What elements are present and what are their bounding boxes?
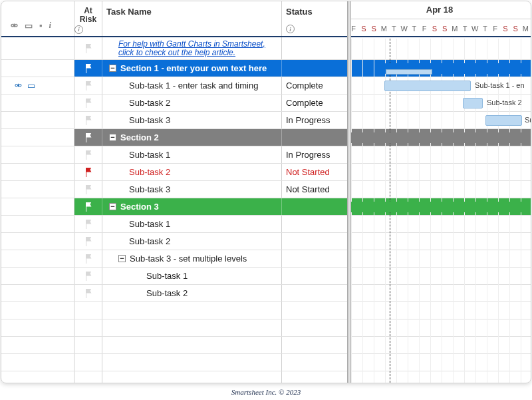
task-cell[interactable]: −Sub-task 3 - set multiple levels <box>102 250 282 267</box>
collapse-button[interactable]: − <box>118 255 126 262</box>
task-row[interactable]: Sub-task 2Not Started <box>1 164 531 181</box>
flag-icon[interactable] <box>84 81 92 91</box>
flag-icon[interactable] <box>84 202 92 212</box>
flag-icon[interactable] <box>84 185 92 194</box>
task-row[interactable]: Sub-task 3In ProgressSu <box>1 112 531 129</box>
status-cell[interactable] <box>282 216 348 232</box>
task-cell[interactable]: Sub-task 3 <box>102 112 282 128</box>
status-cell[interactable] <box>282 319 348 336</box>
status-cell[interactable]: In Progress <box>282 112 348 128</box>
flag-icon[interactable] <box>84 272 92 281</box>
task-cell[interactable]: −Section 3 <box>102 198 282 215</box>
empty-row[interactable] <box>1 337 531 354</box>
status-cell[interactable] <box>282 285 348 301</box>
task-row[interactable]: Sub-task 1 <box>1 268 531 285</box>
status-cell[interactable] <box>282 268 348 284</box>
flag-icon[interactable] <box>84 116 92 125</box>
task-cell[interactable]: Sub-task 1 <box>102 268 282 284</box>
comment-icon[interactable]: ▭ <box>27 81 35 91</box>
task-cell[interactable]: Sub-task 1 <box>102 146 282 163</box>
at-risk-cell[interactable] <box>74 250 102 267</box>
at-risk-cell[interactable] <box>74 285 102 301</box>
flag-icon[interactable] <box>84 289 92 298</box>
at-risk-cell[interactable] <box>74 77 102 94</box>
pane-divider[interactable] <box>347 1 351 383</box>
at-risk-cell[interactable] <box>74 216 102 232</box>
gantt-bar[interactable] <box>384 81 471 91</box>
section-row[interactable]: −Section 3 <box>1 198 531 216</box>
help-link[interactable]: For help with Gantt Charts in Smartsheet… <box>118 40 265 57</box>
attachment-icon[interactable]: ⚮ <box>15 81 22 91</box>
collapse-button[interactable]: − <box>109 134 116 141</box>
task-cell[interactable]: Sub-task 1 - enter task and timing <box>102 77 282 94</box>
task-row[interactable]: Sub-task 1 <box>1 216 531 233</box>
flag-icon[interactable] <box>84 44 92 53</box>
empty-row[interactable] <box>1 354 531 371</box>
at-risk-cell[interactable] <box>74 302 102 319</box>
task-cell[interactable] <box>102 354 282 371</box>
task-cell[interactable] <box>102 319 282 336</box>
at-risk-cell[interactable] <box>74 337 102 353</box>
task-name-header[interactable]: Task Name <box>102 1 282 36</box>
flag-icon[interactable] <box>84 64 92 73</box>
task-row[interactable]: Sub-task 2 <box>1 285 531 302</box>
task-row[interactable]: Sub-task 3Not Started <box>1 181 531 198</box>
info-icon[interactable]: i <box>286 25 295 33</box>
task-cell[interactable] <box>102 302 282 319</box>
at-risk-cell[interactable] <box>74 95 102 111</box>
task-row[interactable]: Sub-task 1In Progress <box>1 146 531 164</box>
task-cell[interactable]: Sub-task 1 <box>102 216 282 232</box>
flag-icon[interactable] <box>84 150 92 160</box>
empty-row[interactable] <box>1 319 531 337</box>
empty-row[interactable] <box>1 371 531 383</box>
gantt-bar[interactable] <box>348 202 531 212</box>
task-cell[interactable]: Sub-task 2 <box>102 95 282 111</box>
task-row[interactable]: −Sub-task 3 - set multiple levels <box>1 250 531 268</box>
flag-icon[interactable] <box>84 99 92 108</box>
task-row[interactable]: Sub-task 2CompleteSub-task 2 <box>1 95 531 112</box>
empty-row[interactable] <box>1 302 531 319</box>
at-risk-cell[interactable] <box>74 371 102 383</box>
status-cell[interactable] <box>282 37 348 59</box>
status-cell[interactable]: In Progress <box>282 146 348 163</box>
section-row[interactable]: −Section 1 - enter your own text here <box>1 60 531 77</box>
status-cell[interactable]: Not Started <box>282 181 348 198</box>
flag-icon[interactable] <box>84 133 92 142</box>
at-risk-cell[interactable] <box>74 37 102 59</box>
gantt-bar[interactable] <box>348 132 531 143</box>
at-risk-header[interactable]: At Risk i <box>74 1 102 36</box>
at-risk-cell[interactable] <box>74 181 102 198</box>
task-cell[interactable]: −Section 2 <box>102 129 282 146</box>
at-risk-cell[interactable] <box>74 60 102 77</box>
at-risk-cell[interactable] <box>74 319 102 336</box>
status-cell[interactable] <box>282 233 348 250</box>
flag-icon[interactable] <box>84 220 92 229</box>
status-cell[interactable] <box>282 198 348 215</box>
collapse-button[interactable]: − <box>109 203 116 210</box>
at-risk-cell[interactable] <box>74 146 102 163</box>
status-cell[interactable] <box>282 129 348 146</box>
task-cell[interactable] <box>102 371 282 383</box>
status-cell[interactable] <box>282 337 348 353</box>
flag-icon[interactable] <box>84 254 92 264</box>
collapse-button[interactable]: − <box>109 65 116 72</box>
flag-icon[interactable] <box>84 237 92 246</box>
task-row[interactable]: Sub-task 2 <box>1 233 531 250</box>
task-cell[interactable]: Sub-task 2 <box>102 233 282 250</box>
at-risk-cell[interactable] <box>74 268 102 284</box>
at-risk-cell[interactable] <box>74 112 102 128</box>
info-icon[interactable]: i <box>74 25 83 34</box>
task-row[interactable]: ⚮▭Sub-task 1 - enter task and timingComp… <box>1 77 531 95</box>
at-risk-cell[interactable] <box>74 164 102 180</box>
status-cell[interactable] <box>282 60 348 77</box>
status-header[interactable]: Status i <box>282 1 348 36</box>
at-risk-cell[interactable] <box>74 198 102 215</box>
flag-icon[interactable] <box>84 168 92 177</box>
status-cell[interactable] <box>282 302 348 319</box>
task-cell[interactable]: Sub-task 3 <box>102 181 282 198</box>
at-risk-cell[interactable] <box>74 233 102 250</box>
task-cell[interactable] <box>102 337 282 353</box>
section-row[interactable]: −Section 2 <box>1 129 531 146</box>
gantt-bar[interactable] <box>463 98 483 108</box>
status-cell[interactable] <box>282 354 348 371</box>
